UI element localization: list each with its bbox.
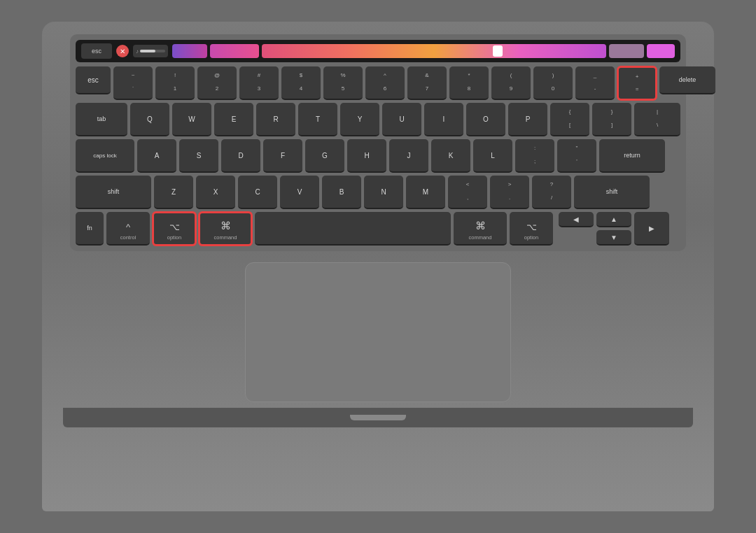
key-o[interactable]: O [466,103,505,136]
key-g[interactable]: G [305,139,344,173]
key-bracket-close[interactable]: } ] [592,103,631,136]
key-e[interactable]: E [214,103,253,136]
key-tilde[interactable]: ~ ` [113,66,153,100]
key-return[interactable]: return [599,139,665,173]
tb-pink-bar [210,44,259,58]
key-v[interactable]: V [280,176,319,209]
key-delete[interactable]: delete [659,66,715,94]
key-slash[interactable]: ? / [532,176,571,209]
touch-bar-close[interactable]: ✕ [116,45,129,57]
key-x[interactable]: X [196,176,235,209]
key-8[interactable]: * 8 [449,66,489,100]
key-p[interactable]: P [508,103,547,136]
key-b[interactable]: B [322,176,361,209]
tb-slider-thumb [493,45,503,57]
key-w[interactable]: W [172,103,211,136]
key-tab[interactable]: tab [76,103,127,136]
key-backslash[interactable]: | \ [634,103,680,136]
key-4[interactable]: $ 4 [281,66,321,100]
key-d[interactable]: D [221,139,260,173]
key-space[interactable] [255,212,451,246]
key-0[interactable]: ) 0 [533,66,573,100]
tb-lavender-bar [609,44,644,58]
arrows-top-row: ◀ ▲ ▼ ▶ [559,212,669,246]
key-a[interactable]: A [137,139,176,173]
key-caps-lock[interactable]: caps lock [76,139,134,173]
key-7[interactable]: & 7 [407,66,447,100]
key-1[interactable]: ! 1 [155,66,195,100]
key-k[interactable]: K [431,139,470,173]
key-s[interactable]: S [179,139,218,173]
tb-gradient-bar [262,44,606,58]
key-9[interactable]: ( 9 [491,66,531,100]
key-bracket-open[interactable]: { [ [550,103,589,136]
keyboard-area: esc ✕ ♪ esc [70,34,686,251]
key-esc[interactable]: esc [76,66,111,94]
arrows-up-down: ▲ ▼ [596,212,631,246]
bottom-notch [350,415,406,420]
zxcv-row: shift Z X C V B N M < , > . ? [76,176,680,209]
key-fn[interactable]: fn [76,212,104,246]
key-5[interactable]: % 5 [323,66,363,100]
key-quote[interactable]: " ' [557,139,596,173]
key-i[interactable]: I [424,103,463,136]
key-h[interactable]: H [347,139,386,173]
touch-bar-esc[interactable]: esc [81,43,112,59]
tb-purple-bar [172,44,207,58]
trackpad[interactable] [245,262,511,402]
touch-bar-volume: ♪ [133,45,168,57]
key-m[interactable]: M [406,176,445,209]
key-command-right[interactable]: ⌘ command [454,212,507,246]
key-shift-right[interactable]: shift [574,176,650,209]
key-6[interactable]: ^ 6 [365,66,405,100]
laptop-bottom-bar [63,408,693,427]
key-shift-left[interactable]: shift [76,176,151,209]
key-minus[interactable]: _ - [575,66,615,100]
key-period[interactable]: > . [490,176,529,209]
key-arrow-right[interactable]: ▶ [634,212,669,246]
key-z[interactable]: Z [154,176,193,209]
key-equals[interactable]: + = [617,66,657,100]
key-semicolon[interactable]: : ; [515,139,554,173]
touch-bar: esc ✕ ♪ [76,40,680,62]
key-q[interactable]: Q [130,103,169,136]
key-command-left[interactable]: ⌘ command [199,212,252,246]
volume-fill [140,50,155,52]
key-arrow-left-top[interactable]: ◀ [559,212,594,227]
key-j[interactable]: J [389,139,428,173]
key-3[interactable]: # 3 [239,66,279,100]
number-row: esc ~ ` ! 1 @ 2 # 3 [76,66,680,100]
key-u[interactable]: U [382,103,421,136]
key-arrow-down[interactable]: ▼ [596,230,631,246]
laptop-body: esc ✕ ♪ esc [42,22,714,511]
qwerty-row: tab Q W E R T Y U I O P { [ } ] [76,103,680,136]
key-c[interactable]: C [238,176,277,209]
key-2[interactable]: @ 2 [197,66,237,100]
touch-bar-controls [172,44,675,58]
tb-magenta-bar [647,44,675,58]
bottom-row: fn ^ control ⌥ option ⌘ command ⌘ comma [76,212,680,246]
arrow-keys-container: ◀ ▲ ▼ ▶ [559,212,669,246]
asdf-row: caps lock A S D F G H J K L : ; " ' [76,139,680,173]
volume-icon: ♪ [136,48,139,55]
key-f[interactable]: F [263,139,302,173]
key-comma[interactable]: < , [448,176,487,209]
key-l[interactable]: L [473,139,512,173]
key-control[interactable]: ^ control [106,212,150,246]
key-r[interactable]: R [256,103,295,136]
key-option-left[interactable]: ⌥ option [153,212,196,246]
key-y[interactable]: Y [340,103,379,136]
volume-bar [140,50,165,52]
key-option-right[interactable]: ⌥ option [510,212,553,246]
keys-rows: esc ~ ` ! 1 @ 2 # 3 [76,66,680,246]
key-arrow-up[interactable]: ▲ [596,212,631,227]
key-n[interactable]: N [364,176,403,209]
key-t[interactable]: T [298,103,337,136]
